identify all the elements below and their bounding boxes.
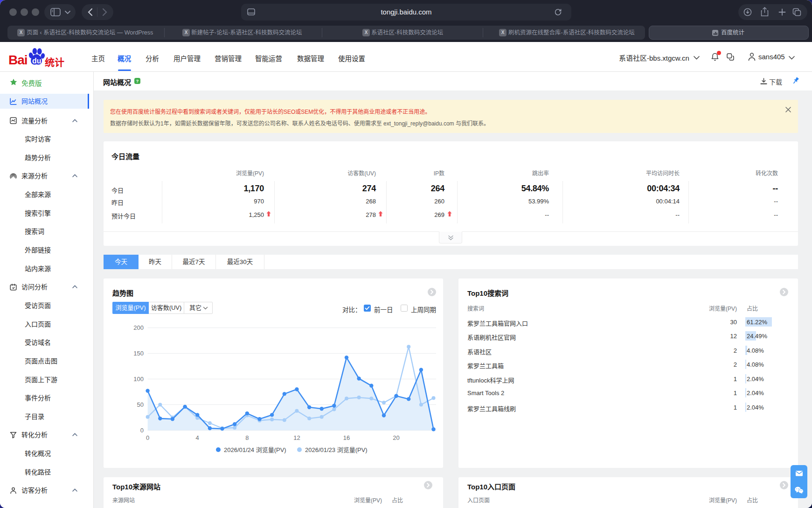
svg-text:100: 100 xyxy=(133,376,144,383)
svg-text:4: 4 xyxy=(196,434,199,441)
svg-text:2026/01/23 浏览量(PV): 2026/01/23 浏览量(PV) xyxy=(305,446,368,453)
svg-text:200: 200 xyxy=(133,324,144,331)
svg-text:12: 12 xyxy=(293,434,300,441)
svg-text:8: 8 xyxy=(245,434,249,441)
svg-text:0: 0 xyxy=(146,434,149,441)
svg-text:20: 20 xyxy=(393,434,399,441)
svg-text:2026/01/24 浏览量(PV): 2026/01/24 浏览量(PV) xyxy=(224,446,286,453)
svg-text:50: 50 xyxy=(137,401,144,408)
svg-text:16: 16 xyxy=(343,434,350,441)
svg-text:0: 0 xyxy=(140,427,144,434)
svg-text:du: du xyxy=(32,57,41,65)
svg-text:150: 150 xyxy=(133,350,144,357)
